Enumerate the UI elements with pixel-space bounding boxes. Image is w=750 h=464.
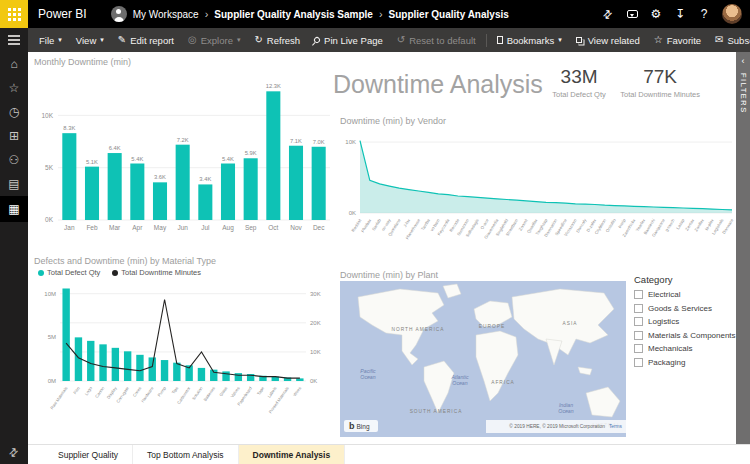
view-menu[interactable]: View▾ <box>69 28 111 52</box>
bar-material-type[interactable] <box>161 360 168 381</box>
app-launcher-icon[interactable] <box>0 0 28 28</box>
chevron-down-icon: ▾ <box>237 36 241 44</box>
y-tick-label: 10K <box>41 112 53 119</box>
bar-material-type[interactable] <box>173 363 180 381</box>
bar-jun[interactable] <box>176 145 190 220</box>
subscribe-button[interactable]: ✉Subscribe <box>708 28 750 52</box>
x-tick-label: Aug <box>222 224 234 232</box>
checkbox-icon[interactable] <box>634 317 643 326</box>
breadcrumb-page[interactable]: Supplier Quality Analysis <box>389 9 509 20</box>
terms-link[interactable]: Terms <box>609 424 623 429</box>
map-label-africa: AFRICA <box>491 380 515 385</box>
bookmarks-menu[interactable]: Bookmarks▾ <box>490 28 569 52</box>
bar-material-type[interactable] <box>136 355 143 381</box>
bar-material-type[interactable] <box>99 344 106 381</box>
nav-apps[interactable]: ⊞ <box>0 124 28 148</box>
vendor-downtime-plot[interactable]: 0K10KReddoitPlusbaxSanlabov-wayQuotelane… <box>340 127 736 259</box>
help-icon[interactable]: ? <box>692 0 716 28</box>
profile-avatar[interactable] <box>722 4 742 24</box>
tab-downtime-analysis[interactable]: Downtime Analysis <box>239 445 346 464</box>
tab-top-bottom-analysis[interactable]: Top Bottom Analysis <box>133 445 239 464</box>
kpi-total-downtime-minutes: 77K Total Downtime Minutes <box>615 66 705 99</box>
bar-dec[interactable] <box>312 147 326 220</box>
slicer-option[interactable]: Goods & Services <box>634 304 736 313</box>
chevron-down-icon: ▾ <box>58 36 62 44</box>
slicer-option[interactable]: Electrical <box>634 290 736 299</box>
explore-menu[interactable]: ◎Explore▾ <box>181 28 247 52</box>
view-related-button[interactable]: View related <box>569 28 647 52</box>
x-tick-label: Cores <box>132 386 143 398</box>
comments-icon[interactable] <box>620 0 644 28</box>
slicer-option[interactable]: Mechanicals <box>634 344 736 353</box>
app-title[interactable]: Power BI <box>38 7 87 21</box>
bar-material-type[interactable] <box>62 288 69 381</box>
bar-material-type[interactable] <box>112 348 119 381</box>
download-icon[interactable]: ↧ <box>668 0 692 28</box>
bar-material-type[interactable] <box>222 371 229 381</box>
monthly-downtime-plot[interactable]: 0K5K10K8.3KJan5.1KFeb6.4KMar5.4KApr3.6KM… <box>34 68 336 238</box>
x-tick-label: Dec <box>313 224 325 231</box>
bar-aug[interactable] <box>221 164 235 220</box>
nav-recent[interactable]: ◷ <box>0 100 28 124</box>
bar-jul[interactable] <box>198 184 212 220</box>
bar-feb[interactable] <box>85 167 99 220</box>
breadcrumb-workspace[interactable]: My Workspace <box>133 9 199 20</box>
tab-label: Top Bottom Analysis <box>147 450 224 460</box>
nav-shared-with-me[interactable]: ⚇ <box>0 148 28 172</box>
reset-to-default-button[interactable]: ↺Reset to default <box>390 28 483 52</box>
settings-gear-icon[interactable]: ⚙ <box>644 0 668 28</box>
map-label-europe: EUROPE <box>479 324 505 329</box>
workspace-avatar-icon[interactable] <box>111 6 127 22</box>
kpi-label: Total Downtime Minutes <box>615 90 705 99</box>
refresh-button[interactable]: ↻Refresh <box>247 28 307 52</box>
nav-favorites[interactable]: ☆ <box>0 76 28 100</box>
edit-report-button[interactable]: ✎Edit report <box>111 28 181 52</box>
bar-nov[interactable] <box>289 146 303 220</box>
slicer-option[interactable]: Logistics <box>634 317 736 326</box>
chart-title: Downtime (min) by Vendor <box>340 116 736 126</box>
nav-workspaces[interactable]: ▤ <box>0 172 28 196</box>
vendor-downtime-chart: Downtime (min) by Vendor 0K10KReddoitPlu… <box>340 116 736 260</box>
bar-material-type[interactable] <box>198 368 205 381</box>
bar-may[interactable] <box>153 182 167 220</box>
right-tick-label: 30K <box>310 291 321 297</box>
nav-menu-toggle[interactable] <box>0 28 28 52</box>
nav-expand-icon[interactable]: ⇄ <box>9 446 18 459</box>
x-tick-label: Valves <box>230 386 241 399</box>
slicer-option[interactable]: Packaging <box>634 358 736 367</box>
bar-mar[interactable] <box>108 153 122 220</box>
plant-map[interactable]: NORTH AMERICA EUROPE ASIA AFRICA SOUTH A… <box>340 281 626 437</box>
legend-total-downtime-minutes[interactable]: Total Downtime Minutes <box>112 268 201 277</box>
tab-supplier-quality[interactable]: Supplier Quality <box>44 445 133 464</box>
checkbox-icon[interactable] <box>634 331 643 340</box>
nav-current-report[interactable]: ▦ <box>0 196 28 222</box>
bing-logo[interactable]: bBing <box>349 421 370 431</box>
bar-material-type[interactable] <box>149 357 156 381</box>
legend-total-defect-qty[interactable]: Total Defect Qty <box>38 268 100 277</box>
bar-material-type[interactable] <box>124 351 131 381</box>
nav-home[interactable]: ⌂ <box>0 52 28 76</box>
bar-material-type[interactable] <box>296 378 303 381</box>
bar-apr[interactable] <box>130 164 144 220</box>
slicer-option[interactable]: Materials & Components <box>634 331 736 340</box>
checkbox-icon[interactable] <box>634 290 643 299</box>
bar-sep[interactable] <box>244 158 258 220</box>
report-toolbar: File▾ View▾ ✎Edit report ◎Explore▾ ↻Refr… <box>28 28 750 52</box>
pin-live-page-button[interactable]: Pin Live Page <box>307 28 390 52</box>
checkbox-icon[interactable] <box>634 358 643 367</box>
bar-material-type[interactable] <box>235 373 242 381</box>
bar-oct[interactable] <box>266 91 280 220</box>
bar-material-type[interactable] <box>87 341 94 381</box>
fullscreen-icon[interactable]: ⇄ <box>596 0 620 28</box>
star-icon: ☆ <box>654 35 663 45</box>
filters-pane-collapsed[interactable]: ‹ FILTERS <box>736 52 750 444</box>
material-defects-plot[interactable]: 0K10K20K30K0M5M10MRaw MaterialsFilmLogoC… <box>34 277 336 429</box>
breadcrumb-report[interactable]: Supplier Quality Analysis Sample <box>214 9 373 20</box>
checkbox-icon[interactable] <box>634 304 643 313</box>
slicer-option-list: ElectricalGoods & ServicesLogisticsMater… <box>634 290 736 367</box>
bar-jan[interactable] <box>62 133 76 220</box>
file-menu[interactable]: File▾ <box>32 28 69 52</box>
checkbox-icon[interactable] <box>634 344 643 353</box>
map-label-north-america: NORTH AMERICA <box>392 327 445 332</box>
favorite-button[interactable]: ☆Favorite <box>647 28 708 52</box>
